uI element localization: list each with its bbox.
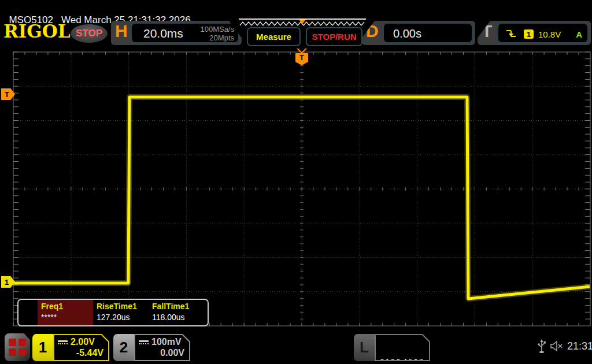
dc-coupling-icon bbox=[139, 340, 149, 344]
channel2-badge[interactable]: 2 100mV 0.00V bbox=[113, 334, 190, 361]
memory-position-marker bbox=[299, 20, 306, 24]
channel1-badge[interactable]: 1 2.00V -5.44V bbox=[32, 334, 109, 361]
oscilloscope-screen: { "title_bar": { "model": "MSO5102", "da… bbox=[0, 0, 592, 364]
measurement-value: 118.00us bbox=[152, 313, 204, 322]
measurement-cell-risetime1[interactable]: RiseTime1 127.20us bbox=[93, 300, 149, 325]
trigger-level-marker[interactable]: T bbox=[1, 88, 15, 100]
horizontal-settings-button[interactable]: H 20.0ms 100MSa/s 20Mpts bbox=[111, 21, 242, 45]
channel2-offset: 0.00V bbox=[139, 348, 184, 358]
measurement-value: ***** bbox=[41, 313, 93, 322]
stop-run-button[interactable]: STOP/RUN bbox=[306, 27, 362, 46]
horizontal-label: H bbox=[115, 21, 128, 41]
measurement-panel[interactable]: Freq1 ***** RiseTime1 127.20us FallTime1… bbox=[17, 299, 209, 326]
trigger-level-value: 10.8V bbox=[538, 29, 561, 39]
trigger-settings-button[interactable]: T 1 10.8V A bbox=[478, 21, 591, 45]
measurement-cell-freq1[interactable]: Freq1 ***** bbox=[38, 300, 93, 325]
measure-button[interactable]: Measure bbox=[247, 27, 301, 46]
sample-rate: 100MSa/s bbox=[200, 25, 234, 34]
trigger-sweep-mode: A bbox=[576, 29, 582, 39]
trigger-position-t-flag: T bbox=[295, 53, 308, 62]
logic-analyzer-badge[interactable]: L 0 1 2 3 4 5 6 7 8 9 1011 12131415 bbox=[354, 334, 430, 361]
falling-edge-icon bbox=[505, 28, 517, 39]
acquisition-status-badge: STOP bbox=[71, 24, 108, 43]
trigger-label: T bbox=[482, 21, 492, 41]
delay-value: 0.00s bbox=[393, 27, 421, 40]
channel1-ground-marker[interactable]: 1 bbox=[1, 276, 15, 288]
stop-run-button-label: STOP/RUN bbox=[312, 32, 356, 42]
measurement-label: Freq1 bbox=[41, 302, 93, 311]
timebase-value: 20.0ms bbox=[143, 27, 183, 40]
channel1-marker-label: 1 bbox=[5, 278, 9, 287]
memory-depth: 20Mpts bbox=[209, 34, 234, 42]
speaker-muted-icon bbox=[549, 340, 564, 352]
measurement-value: 127.20us bbox=[97, 313, 149, 322]
channel2-scale: 100mV bbox=[151, 337, 182, 347]
menu-button[interactable] bbox=[5, 333, 30, 361]
measurement-label: RiseTime1 bbox=[97, 302, 149, 311]
horizontal-inner-box: 20.0ms 100MSa/s 20Mpts bbox=[131, 23, 239, 43]
acquisition-status-label: STOP bbox=[76, 28, 102, 39]
delay-settings-button[interactable]: D 0.00s bbox=[362, 21, 475, 45]
channel1-scale: 2.00V bbox=[71, 337, 95, 347]
channel1-number-tab[interactable]: 1 bbox=[32, 334, 53, 361]
channel2-box[interactable]: 100mV 0.00V bbox=[134, 334, 190, 361]
trigger-position-marker[interactable]: T bbox=[295, 49, 308, 65]
measurement-cell-falltime1[interactable]: FallTime1 118.00us bbox=[149, 300, 204, 325]
logic-analyzer-tab[interactable]: L bbox=[354, 334, 375, 361]
delay-label: D bbox=[366, 21, 379, 41]
logic-analyzer-box: 0 1 2 3 4 5 6 7 8 9 1011 12131415 bbox=[375, 334, 430, 361]
delay-inner-box: 0.00s bbox=[383, 23, 473, 43]
clock: 21:31 bbox=[567, 340, 592, 352]
dc-coupling-icon bbox=[58, 340, 68, 344]
menu-grid-icon bbox=[9, 339, 26, 356]
trigger-level-marker-label: T bbox=[5, 90, 9, 99]
trigger-source-badge: 1 bbox=[524, 29, 534, 39]
channel1-box[interactable]: 2.00V -5.44V bbox=[53, 334, 109, 361]
channel2-number-tab[interactable]: 2 bbox=[113, 334, 134, 361]
channel1-offset: -5.44V bbox=[58, 348, 103, 358]
measurement-label: FallTime1 bbox=[152, 302, 204, 311]
usb-icon bbox=[536, 339, 547, 355]
measurement-spacer bbox=[18, 300, 38, 325]
trigger-inner-box: 1 10.8V A bbox=[497, 23, 589, 43]
digital-channels-row1: 0 1 2 3 4 5 6 7 bbox=[380, 357, 429, 364]
measure-button-label: Measure bbox=[256, 32, 291, 42]
rigol-logo: RIGOL bbox=[3, 21, 71, 42]
trigger-position-triangle bbox=[297, 49, 307, 54]
